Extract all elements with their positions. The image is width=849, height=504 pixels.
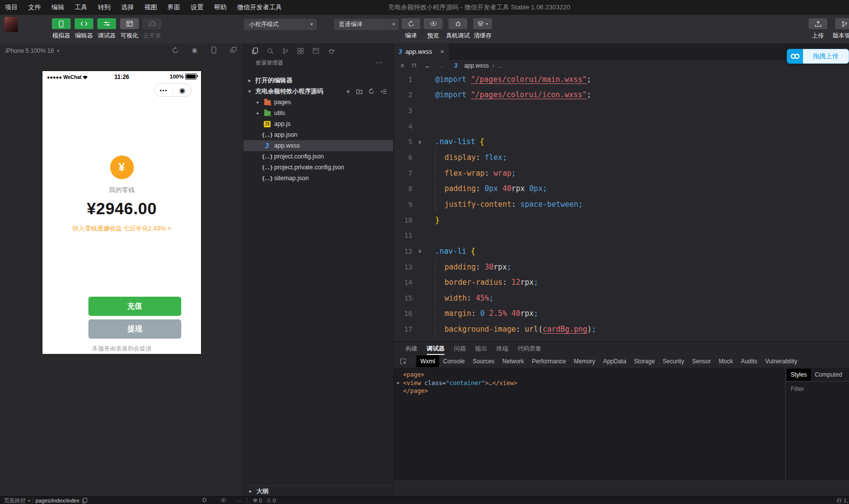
avatar[interactable] [4,17,18,32]
code-line-9[interactable]: 9justify-content: space-between; [394,196,849,212]
code-line-6[interactable]: 6display: flex; [394,150,849,165]
devtools-tab-Memory[interactable]: Memory [570,355,599,367]
menu-item-10[interactable]: 微信开发者工具 [237,3,282,12]
code-line-7[interactable]: 7flex-wrap: wrap; [394,165,849,181]
styles-filter[interactable]: Filter [791,386,849,392]
code-line-11[interactable]: 11 [394,228,849,243]
devtools-tab-Vulnerability[interactable]: Vulnerability [761,355,801,367]
more-actions-icon[interactable]: … [375,57,382,65]
code-line-8[interactable]: 8padding: 0px 40rpx 0px; [394,181,849,196]
panel-tab-输出[interactable]: 输出 [475,342,487,355]
new-file-icon[interactable]: + [346,88,350,94]
code-line-2[interactable]: 2@import "/pages/colorui/icon.wxss"; [394,87,849,103]
file-row-utils[interactable]: ▸utils [243,108,393,118]
record-icon[interactable]: ◉ [192,47,197,54]
rotate-icon[interactable] [172,47,179,54]
menu-item-7[interactable]: 界面 [167,3,180,12]
devtools-tab-Security[interactable]: Security [659,355,688,367]
file-row-app.json[interactable]: {..}app.json [243,129,393,140]
more-button[interactable]: ••• [155,87,173,93]
tab-styles[interactable]: Styles [787,369,811,381]
code-line-16[interactable]: 16margin: 0 2.5% 40rpx; [394,306,849,322]
refresh-action-button[interactable]: 编译 [402,18,420,40]
devtools-tab-Mock[interactable]: Mock [715,355,737,367]
device-selector[interactable]: iPhone 5 100% 16 ▼ [5,47,60,54]
devtools-tab-Storage[interactable]: Storage [630,355,659,367]
code-line-3[interactable]: 3 [394,103,849,118]
more-icon[interactable]: … [236,497,242,503]
branch-button[interactable]: 版本管理 [833,18,849,40]
git-branch-icon[interactable] [283,48,288,54]
file-row-app.wxss[interactable]: 3app.wxss [243,140,393,151]
bookmark-icon[interactable]: ⊓ [412,62,416,69]
extensions-icon[interactable] [297,48,304,54]
devtools-tab-Sources[interactable]: Sources [469,355,498,367]
devtools-tab-Network[interactable]: Network [498,355,528,367]
file-row-pages[interactable]: ▸pages [243,97,393,108]
debug-icon[interactable] [202,497,207,503]
panel-tab-终端[interactable]: 终端 [496,342,508,355]
component-icon[interactable] [313,48,319,54]
upload-button[interactable]: 上传 [809,18,827,40]
compile-mode-select[interactable]: 普通编译 ▼ [334,19,399,30]
appmode-select[interactable]: 小程序模式 ▼ [244,19,317,30]
code-line-17[interactable]: 17background-image: url(cardBg.png); [394,321,849,337]
new-folder-icon[interactable] [356,89,363,94]
devtools-tab-Audits[interactable]: Audits [737,355,761,367]
withdraw-button[interactable]: 提现 [88,319,181,339]
menu-item-3[interactable]: 工具 [75,3,87,12]
device-frame-icon[interactable] [211,46,216,54]
file-row-project.config.json[interactable]: {..}project.config.json [243,151,393,162]
eye-icon[interactable] [220,498,227,503]
menu-item-6[interactable]: 视图 [144,3,157,12]
file-row-sitemap.json[interactable]: {..}sitemap.json [243,173,393,184]
bug-action-button[interactable]: 真机调试 [446,18,470,40]
detach-window-icon[interactable] [230,47,237,53]
code-line-4[interactable]: 4 [394,118,849,134]
copy-icon[interactable] [82,498,87,504]
menu-item-8[interactable]: 设置 [191,3,203,12]
phone-mode-button[interactable]: 模拟器 [52,18,71,40]
devtools-tab-Performance[interactable]: Performance [528,355,570,367]
menu-item-4[interactable]: 转到 [98,3,111,12]
collapse-all-icon[interactable] [380,89,387,94]
tab-app-wxss[interactable]: 3 app.wxss × [394,43,449,60]
devtools-tab-Console[interactable]: Console [439,355,469,367]
open-editors-section[interactable]: ▸ 打开的编辑器 [243,75,393,86]
panel-tab-代码质量[interactable]: 代码质量 [518,342,541,355]
layout-mode-button[interactable]: 可视化 [120,18,139,40]
panel-tab-调试器[interactable]: 调试器 [427,342,445,355]
close-icon[interactable]: × [440,48,444,55]
code-line-12[interactable]: 12∨.nav-li { [394,243,849,259]
file-row-project.private.config.json[interactable]: {..}project.private.config.json [243,162,393,173]
expand-arrow-icon[interactable]: ▶ [397,381,403,385]
search-icon[interactable] [267,48,274,54]
code-mode-button[interactable]: 编辑器 [75,18,93,40]
code-line-13[interactable]: 13padding: 30rpx; [394,259,849,275]
layers-action-button[interactable]: ▾清缓存 [473,18,492,40]
code-line-5[interactable]: 5∨.nav-list { [394,134,849,150]
drag-upload-overlay[interactable]: 拖拽上传 [787,49,849,64]
wxml-node-2[interactable]: </page> [394,387,785,395]
menu-item-2[interactable]: 编辑 [51,3,64,12]
wxml-node-1[interactable]: ▶<view class="container">…</view> [394,379,785,388]
cloud-mode-button[interactable]: 云开发 [143,18,162,40]
file-row-app.js[interactable]: JSapp.js [243,118,393,129]
back-arrow-icon[interactable]: ← [424,62,431,70]
files-icon[interactable] [252,47,258,54]
menu-item-9[interactable]: 帮助 [214,3,227,12]
forward-arrow-icon[interactable]: → [438,62,445,70]
panel-tab-问题[interactable]: 问题 [454,342,466,355]
breadcrumb-file[interactable]: app.wxss [464,62,489,69]
page-path-label[interactable]: 页面路径 [4,497,26,504]
devtools-tab-AppData[interactable]: AppData [599,355,630,367]
code-area[interactable]: 1@import "/pages/colorui/main.wxss";2@im… [394,72,849,342]
fold-chevron-icon[interactable]: ∨ [412,248,427,254]
refresh-icon[interactable] [368,88,374,94]
code-line-15[interactable]: 15width: 45%; [394,290,849,306]
close-target-button[interactable]: ◉ [173,87,192,94]
menu-item-5[interactable]: 选择 [121,3,134,12]
panel-tab-构建[interactable]: 构建 [405,342,417,355]
code-line-10[interactable]: 10} [394,212,849,228]
menu-item-0[interactable]: 项目 [5,3,18,12]
